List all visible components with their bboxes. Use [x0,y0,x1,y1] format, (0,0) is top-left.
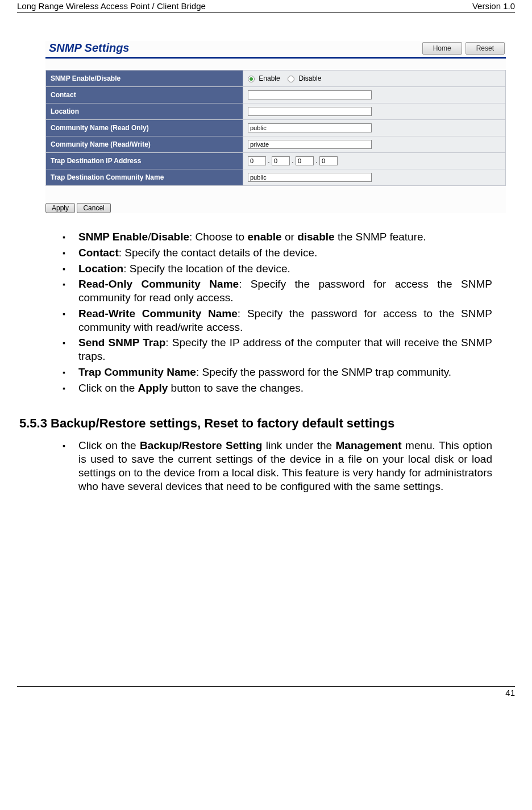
backup-bullets: Click on the Backup/Restore Setting link… [56,439,492,493]
label-community-ro: Community Name (Read Only) [46,120,243,136]
bullet-location: Location: Specify the location of the de… [78,262,492,276]
label-location: Location [46,103,243,120]
header-left: Long Range Wireless Access Point / Clien… [17,1,206,11]
apply-button[interactable]: Apply [45,203,75,213]
header-right: Version 1.0 [472,1,515,11]
page-footer: 41 [17,686,515,697]
section-heading: 5.5.3 Backup/Restore settings, Reset to … [19,416,515,431]
community-ro-input[interactable] [248,123,372,132]
trap-comm-input[interactable] [248,173,372,182]
community-rw-input[interactable] [248,140,372,149]
bullet-snmp-enable: SNMP Enable/Disable: Choose to enable or… [78,230,492,244]
contact-input[interactable] [248,90,372,99]
snmp-screenshot: SNMP Settings Home Reset SNMP Enable/Dis… [45,41,506,213]
home-button[interactable]: Home [422,42,462,55]
trap-ip-c[interactable] [296,156,314,165]
bullet-apply: Click on the Apply button to save the ch… [78,381,492,395]
bullet-readonly-community: Read-Only Community Name: Specify the pa… [78,277,492,305]
page-number: 41 [505,688,515,697]
bullet-trap-community: Trap Community Name: Specify the passwor… [78,365,492,379]
radio-disable[interactable] [288,76,294,82]
page-header: Long Range Wireless Access Point / Clien… [17,0,515,13]
radio-enable[interactable] [248,76,255,82]
row-community-ro: Community Name (Read Only) [46,120,506,136]
row-trap-comm: Trap Destination Community Name [46,169,506,186]
trap-ip-a[interactable] [248,156,266,165]
cancel-button[interactable]: Cancel [77,203,110,213]
row-location: Location [46,103,506,120]
bullet-send-trap: Send SNMP Trap: Specify the IP address o… [78,336,492,363]
bullet-backup-restore: Click on the Backup/Restore Setting link… [78,439,492,493]
radio-enable-label: Enable [259,74,280,82]
bullet-contact: Contact: Specify the contact details of … [78,246,492,260]
row-community-rw: Community Name (Read/Write) [46,136,506,153]
trap-ip-b[interactable] [272,156,290,165]
panel-title: SNMP Settings [49,41,130,55]
radio-disable-label: Disable [298,74,321,82]
bullet-readwrite-community: Read-Write Community Name: Specify the p… [78,307,492,334]
label-enable: SNMP Enable/Disable [46,70,243,87]
location-input[interactable] [248,107,372,116]
row-trap-ip: Trap Destination IP Address . . . [46,153,506,169]
feature-bullets: SNMP Enable/Disable: Choose to enable or… [56,230,492,394]
label-trap-comm: Trap Destination Community Name [46,169,243,186]
row-enable: SNMP Enable/Disable Enable Disable [46,70,506,87]
trap-ip-d[interactable] [319,156,338,165]
label-trap-ip: Trap Destination IP Address [46,153,243,169]
label-contact: Contact [46,87,243,103]
row-contact: Contact [46,87,506,103]
reset-button[interactable]: Reset [466,42,505,55]
label-community-rw: Community Name (Read/Write) [46,136,243,153]
